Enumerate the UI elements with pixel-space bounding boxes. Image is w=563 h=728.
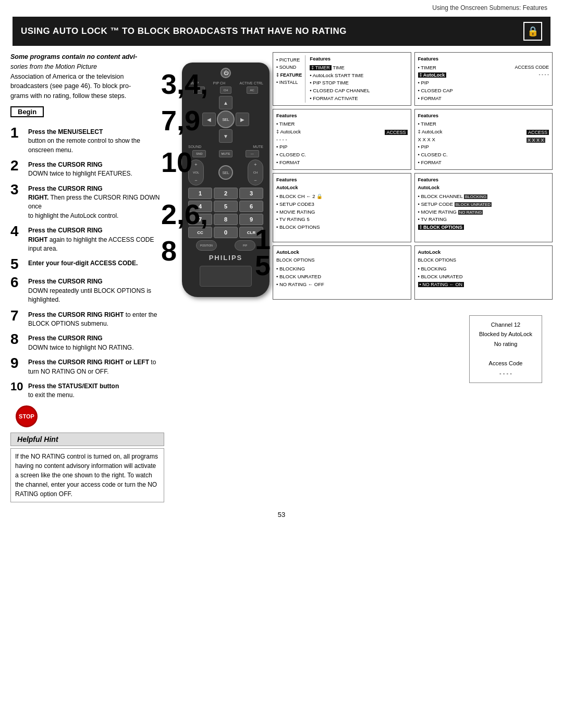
s1-right-title: Features bbox=[310, 55, 370, 63]
dpad-right[interactable]: ▶ bbox=[236, 113, 249, 126]
dpad-up[interactable]: ▲ bbox=[219, 96, 232, 109]
ch-up-label: + bbox=[254, 162, 256, 167]
s1-r4: • CLOSED CAP CHANNEL bbox=[310, 87, 370, 95]
step-text-6: Press the CURSOR RING DOWN repeatedly un… bbox=[28, 275, 164, 304]
screen-2: Features • TIMER ‡ AutoLock • PIP • CLOS… bbox=[414, 52, 553, 106]
s5-i3: • MOVIE RATING bbox=[276, 208, 408, 216]
right-column: • PICTURE • SOUND ‡ FEATURE • INSTALL Fe… bbox=[273, 52, 553, 502]
s2-r2: ‡ AutoLock bbox=[418, 71, 453, 79]
step-num-3: 3 bbox=[10, 182, 25, 197]
s6-subtitle: AutoLock bbox=[418, 184, 549, 192]
s4-r6: • FORMAT bbox=[418, 159, 448, 167]
s1-r1: ‡ TIMER TIME bbox=[310, 64, 370, 72]
position-btn[interactable]: POSITION bbox=[196, 240, 217, 251]
extra-btn[interactable]: — bbox=[246, 150, 259, 157]
step-1: 1 Press the MENU/SELECT button on the re… bbox=[10, 126, 164, 155]
mute-btn[interactable]: MUTE bbox=[219, 150, 232, 157]
active-ctrl-btn[interactable]: AC bbox=[247, 87, 258, 94]
mid-label-row: SOUND MUTE bbox=[186, 145, 265, 149]
brand-label: PHILIPS bbox=[186, 254, 265, 262]
big-num-2-6-8: 2,6, bbox=[161, 198, 208, 230]
s5-i5: • BLOCK OPTIONS bbox=[276, 224, 408, 231]
vol-label: VOL bbox=[193, 171, 199, 174]
channel-rocker[interactable]: + CH − bbox=[248, 159, 263, 186]
vol-down-label: − bbox=[194, 178, 197, 183]
pip-ch-btn[interactable]: CH bbox=[220, 87, 231, 94]
begin-label: Begin bbox=[10, 106, 44, 117]
s7-i2: • BLOCK UNRATED bbox=[276, 273, 408, 281]
step-num-7: 7 bbox=[10, 309, 25, 323]
s7-i3: • NO RATING ← OFF bbox=[276, 281, 408, 289]
step-num-8: 8 bbox=[10, 332, 25, 347]
num-btn-6[interactable]: 6 bbox=[239, 201, 263, 212]
mute-label: MUTE bbox=[253, 145, 263, 149]
s6-i2: • SETUP CODE BLOCK UNRATED bbox=[418, 201, 549, 208]
step-text-10: Press the STATUS/EXIT button to exit the… bbox=[28, 380, 119, 400]
s1-r5: • FORMAT ACTIVATE bbox=[310, 95, 370, 103]
num-btn-1[interactable]: 1 bbox=[188, 188, 212, 199]
s4-r4: • PIP bbox=[418, 143, 448, 151]
s2-r1: • TIMER bbox=[418, 64, 453, 72]
s2-c1: ACCESS CODE bbox=[515, 64, 549, 71]
s1-l5 bbox=[276, 87, 302, 94]
s5-i4: • TV RATING 5 bbox=[276, 216, 408, 224]
big-num-7-9: 7,9 bbox=[161, 104, 200, 137]
num-btn-3[interactable]: 3 bbox=[239, 188, 263, 199]
step-text-4: Press the CURSOR RING RIGHT again to hig… bbox=[28, 224, 164, 253]
center-column: 3,4, 7,9 10 2,6, 8 1 5 ⏻ SWAP PIP CH ACT… bbox=[166, 52, 271, 502]
left-column: Some programs contain no content advi- s… bbox=[10, 52, 164, 502]
step-4: 4 Press the CURSOR RING RIGHT again to h… bbox=[10, 224, 164, 253]
select-button[interactable]: SEL bbox=[218, 165, 233, 180]
s1-l1: • PICTURE bbox=[276, 56, 302, 64]
sound-btn[interactable]: SND bbox=[192, 150, 206, 157]
intro-line3: Association of America or the television bbox=[10, 73, 124, 80]
s8-i1: • BLOCKING bbox=[418, 265, 549, 273]
lock-icon: 🔒 bbox=[523, 22, 542, 41]
hint-body: If the NO RATING control is turned on, a… bbox=[10, 448, 164, 502]
s3-access: ACCESS bbox=[385, 129, 407, 137]
big-num-8b: 8 bbox=[161, 235, 177, 267]
s8-i4 bbox=[418, 289, 549, 297]
pip-btn[interactable]: PIP bbox=[235, 240, 255, 251]
page-header: Using the Onscreen Submenus: Features bbox=[0, 0, 563, 14]
remote-emitter bbox=[200, 266, 252, 287]
step-text-1: Press the MENU/SELECT button on the remo… bbox=[28, 126, 164, 155]
step-num-10: 10 bbox=[10, 380, 25, 392]
step-num-1: 1 bbox=[10, 126, 25, 140]
step-text-5: Enter your four-digit ACCESS CODE. bbox=[28, 257, 138, 268]
s3-r2: ‡ AutoLock bbox=[276, 128, 306, 136]
power-button[interactable]: ⏻ bbox=[221, 68, 231, 78]
steps-list: 1 Press the MENU/SELECT button on the re… bbox=[10, 126, 164, 400]
s5-title: Features bbox=[276, 176, 408, 184]
num-btn-0[interactable]: 0 bbox=[214, 227, 238, 238]
step-text-3: Press the CURSOR RING RIGHT. Then press … bbox=[28, 182, 164, 221]
hint-dashes: - - - - bbox=[476, 368, 535, 378]
helpful-hint-section: Helpful Hint If the NO RATING control is… bbox=[10, 433, 164, 502]
vol-up-label: + bbox=[194, 162, 197, 167]
step-2: 2 Press the CURSOR RING DOWN twice to hi… bbox=[10, 158, 164, 179]
num-btn-2[interactable]: 2 bbox=[214, 188, 238, 199]
s6-i4: • TV RATING bbox=[418, 216, 549, 224]
s1-r3: • PIP STOP TIME bbox=[310, 79, 370, 87]
screens-row-3: Features AutoLock • BLOCK CH ← 2 🔒 • SET… bbox=[273, 173, 553, 242]
s7-i4 bbox=[276, 289, 408, 297]
s5-i6 bbox=[276, 231, 408, 239]
screen-8: AutoLock BLOCK OPTIONS • BLOCKING • BLOC… bbox=[414, 245, 553, 300]
pos-pip-row: POSITION PIP bbox=[187, 240, 264, 251]
dpad-left[interactable]: ◀ bbox=[202, 113, 216, 126]
s4-title: Features bbox=[418, 112, 549, 120]
hint-accesscode: Access Code bbox=[476, 359, 535, 368]
num-btn-5[interactable]: 5 bbox=[214, 201, 238, 212]
step-8: 8 Press the CURSOR RING DOWN twice to hi… bbox=[10, 332, 164, 352]
step-text-7: Press the CURSOR RING RIGHT to enter the… bbox=[28, 309, 164, 329]
dpad-center-select[interactable]: SEL bbox=[217, 110, 235, 128]
s3-r3: - - - - bbox=[276, 136, 306, 144]
big-num-10: 10 bbox=[161, 146, 192, 178]
screen-5: Features AutoLock • BLOCK CH ← 2 🔒 • SET… bbox=[273, 173, 411, 242]
step-3: 3 Press the CURSOR RING RIGHT. Then pres… bbox=[10, 182, 164, 221]
dpad-down[interactable]: ▼ bbox=[219, 129, 232, 143]
stop-circle: STOP bbox=[16, 405, 38, 427]
step-text-2: Press the CURSOR RING DOWN twice to high… bbox=[28, 158, 132, 179]
s6-i5: ‡ BLOCK OPTIONS bbox=[418, 224, 549, 231]
num-btn-8[interactable]: 8 bbox=[214, 214, 238, 225]
